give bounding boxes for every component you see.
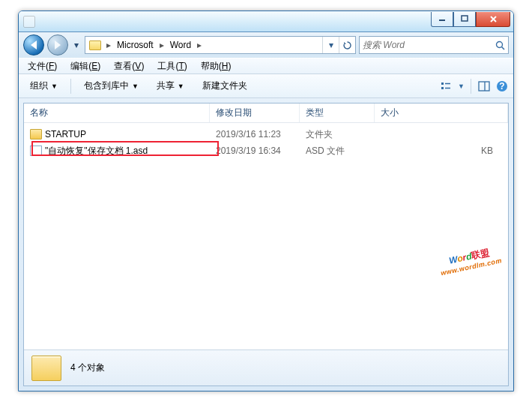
chevron-right-icon[interactable]: ▸ — [196, 40, 203, 50]
file-name-label: "自动恢复"保存文档 1.asd — [45, 145, 148, 158]
menu-view[interactable]: 查看(V) — [108, 58, 150, 74]
organize-button[interactable]: 组织 ▼ — [23, 76, 64, 96]
maximize-button[interactable] — [453, 12, 476, 27]
search-icon[interactable] — [492, 40, 508, 50]
search-box[interactable] — [359, 36, 509, 54]
close-button[interactable] — [476, 12, 510, 27]
back-button[interactable] — [23, 34, 44, 56]
view-options-button[interactable] — [440, 80, 453, 93]
preview-pane-button[interactable] — [477, 80, 491, 93]
chevron-right-icon[interactable]: ▸ — [105, 40, 112, 50]
svg-rect-4 — [441, 82, 444, 85]
location-folder-icon — [87, 37, 103, 53]
history-dropdown[interactable]: ▾ — [71, 40, 82, 50]
column-header-type[interactable]: 类型 — [300, 104, 375, 122]
refresh-button[interactable] — [339, 37, 355, 53]
breadcrumb-item[interactable]: Word — [166, 37, 196, 53]
system-icon — [23, 16, 35, 28]
share-button[interactable]: 共享 ▼ — [150, 76, 191, 96]
address-dropdown-button[interactable]: ▾ — [322, 37, 339, 53]
menu-help[interactable]: 帮助(H) — [195, 58, 238, 74]
navigation-bar: ▾ ▸ Microsoft ▸ Word ▸ ▾ — [19, 32, 513, 58]
svg-text:?: ? — [499, 81, 504, 92]
new-folder-button[interactable]: 新建文件夹 — [196, 76, 254, 96]
svg-rect-1 — [462, 16, 468, 21]
svg-line-3 — [501, 46, 504, 50]
svg-rect-5 — [441, 87, 444, 89]
folder-icon — [31, 356, 61, 381]
folder-icon — [30, 129, 42, 140]
document-icon — [30, 146, 42, 156]
menu-bar: 文件(F) 编辑(E) 查看(V) 工具(T) 帮助(H) — [19, 58, 513, 74]
help-button[interactable]: ? — [495, 80, 509, 93]
column-header-size[interactable]: 大小 — [375, 104, 508, 122]
list-item[interactable]: STARTUP 2019/3/16 11:23 文件夹 — [24, 126, 508, 142]
file-name-label: STARTUP — [45, 129, 86, 140]
file-size-label: KB — [375, 146, 508, 156]
menu-edit[interactable]: 编辑(E) — [64, 58, 106, 74]
column-header-date[interactable]: 修改日期 — [210, 104, 300, 122]
address-bar[interactable]: ▸ Microsoft ▸ Word ▸ ▾ — [85, 36, 356, 54]
status-bar: 4 个对象 — [24, 350, 508, 386]
include-in-library-button[interactable]: 包含到库中 ▼ — [77, 76, 145, 96]
view-dropdown-icon[interactable]: ▼ — [458, 82, 465, 90]
file-date-label: 2019/3/16 11:23 — [210, 129, 300, 140]
svg-rect-8 — [479, 82, 489, 91]
minimize-button[interactable] — [431, 12, 453, 27]
watermark: Word联盟 www.wordlm.com — [436, 240, 502, 278]
file-type-label: 文件夹 — [300, 128, 375, 141]
status-text: 4 个对象 — [70, 362, 105, 374]
content-pane: 名称 修改日期 类型 大小 STARTUP 2019/3/16 11:23 文件… — [23, 103, 509, 386]
column-header-row: 名称 修改日期 类型 大小 — [24, 104, 508, 123]
forward-button[interactable] — [47, 34, 68, 56]
file-date-label: 2019/3/19 16:34 — [210, 146, 300, 156]
svg-point-2 — [496, 41, 502, 47]
explorer-window: ▾ ▸ Microsoft ▸ Word ▸ ▾ 文件(F) 编辑(E) 查看(… — [18, 10, 514, 392]
chevron-right-icon[interactable]: ▸ — [158, 40, 166, 50]
menu-file[interactable]: 文件(F) — [22, 58, 63, 74]
file-list: STARTUP 2019/3/16 11:23 文件夹 "自动恢复"保存文档 1… — [24, 123, 508, 159]
title-bar[interactable] — [19, 11, 513, 32]
column-header-name[interactable]: 名称 — [24, 104, 210, 122]
window-controls — [431, 12, 510, 27]
file-type-label: ASD 文件 — [300, 145, 375, 158]
menu-tools[interactable]: 工具(T) — [151, 58, 193, 74]
svg-rect-0 — [439, 20, 445, 21]
search-input[interactable] — [363, 40, 492, 50]
command-bar: 组织 ▼ 包含到库中 ▼ 共享 ▼ 新建文件夹 ▼ ? — [19, 74, 513, 98]
breadcrumb-item[interactable]: Microsoft — [112, 37, 158, 53]
list-item[interactable]: "自动恢复"保存文档 1.asd 2019/3/19 16:34 ASD 文件 … — [24, 142, 508, 159]
